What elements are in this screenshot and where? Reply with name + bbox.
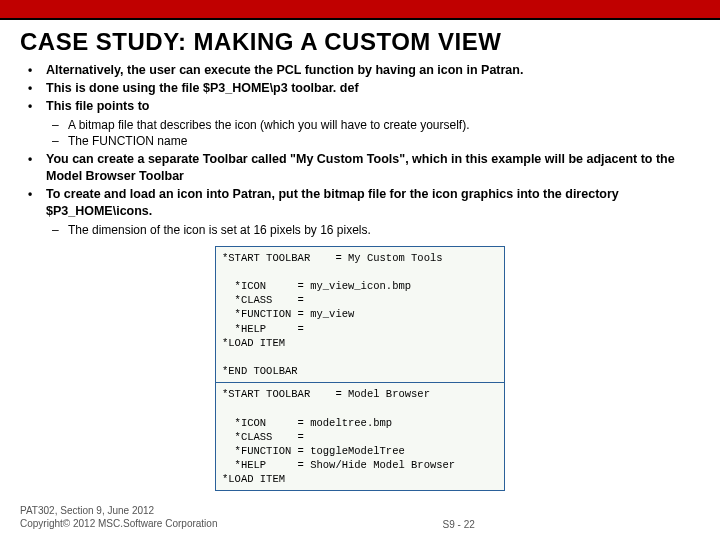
code-line: *ICON = my_view_icon.bmp	[222, 280, 411, 292]
sub-bullet-item: The FUNCTION name	[50, 133, 700, 149]
bullet-text: This file points to	[46, 99, 149, 113]
code-line: *HELP =	[222, 323, 304, 335]
footer-left: PAT302, Section 9, June 2012 Copyright© …	[20, 505, 217, 530]
footer: PAT302, Section 9, June 2012 Copyright© …	[20, 505, 700, 530]
code-line: *FUNCTION = my_view	[222, 308, 354, 320]
sub-bullet-item: A bitmap file that describes the icon (w…	[50, 117, 700, 133]
code-divider	[216, 382, 504, 383]
code-line: *FUNCTION = toggleModelTree	[222, 445, 405, 457]
header-red-bar	[0, 0, 720, 18]
sub-bullet-list: The dimension of the icon is set at 16 p…	[46, 222, 700, 238]
code-line: *START TOOLBAR = My Custom Tools	[222, 252, 443, 264]
footer-page: S9 - 22	[217, 519, 700, 530]
code-line: *HELP = Show/Hide Model Browser	[222, 459, 455, 471]
code-line: *ICON = modeltree.bmp	[222, 417, 392, 429]
sub-bullet-item: The dimension of the icon is set at 16 p…	[50, 222, 700, 238]
bullet-list: Alternatively, the user can execute the …	[20, 62, 700, 238]
bullet-item: This is done using the file $P3_HOME\p3 …	[26, 80, 700, 97]
bullet-item: To create and load an icon into Patran, …	[26, 186, 700, 238]
bullet-text: To create and load an icon into Patran, …	[46, 187, 619, 218]
code-line: *CLASS =	[222, 294, 304, 306]
code-line: *END TOOLBAR	[222, 365, 298, 377]
sub-bullet-list: A bitmap file that describes the icon (w…	[46, 117, 700, 149]
code-line: *CLASS =	[222, 431, 304, 443]
page-title: CASE STUDY: MAKING A CUSTOM VIEW	[20, 28, 700, 56]
bullet-item: You can create a separate Toolbar called…	[26, 151, 700, 185]
code-line: *LOAD ITEM	[222, 337, 285, 349]
footer-line: Copyright© 2012 MSC.Software Corporation	[20, 518, 217, 531]
bullet-item: This file points to A bitmap file that d…	[26, 98, 700, 149]
code-line: *LOAD ITEM	[222, 473, 285, 485]
bullet-item: Alternatively, the user can execute the …	[26, 62, 700, 79]
footer-line: PAT302, Section 9, June 2012	[20, 505, 217, 518]
code-line: *START TOOLBAR = Model Browser	[222, 388, 430, 400]
slide-content: CASE STUDY: MAKING A CUSTOM VIEW Alterna…	[0, 20, 720, 491]
code-block: *START TOOLBAR = My Custom Tools *ICON =…	[215, 246, 505, 492]
